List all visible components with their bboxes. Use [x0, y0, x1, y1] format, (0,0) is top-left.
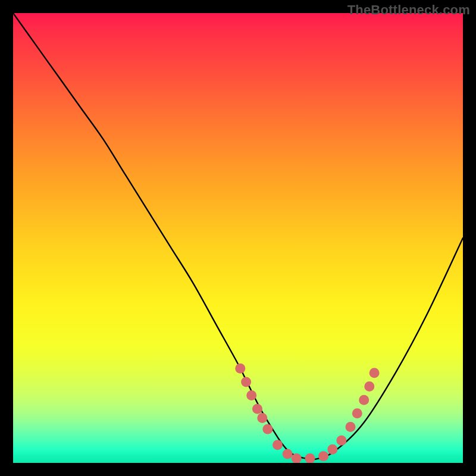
- watermark-text: TheBottleneck.com: [347, 2, 470, 18]
- curve-marker: [346, 422, 356, 432]
- curve-marker: [352, 408, 362, 418]
- curve-marker: [235, 364, 245, 374]
- bottleneck-curve: [13, 13, 463, 459]
- curve-marker: [273, 440, 283, 450]
- curve-marker: [262, 424, 273, 434]
- chart-container: TheBottleneck.com: [0, 0, 476, 476]
- curve-marker: [246, 390, 256, 400]
- curve-marker: [283, 449, 293, 459]
- curve-markers: [235, 364, 379, 463]
- curve-marker: [327, 444, 337, 455]
- curve-marker: [364, 381, 374, 392]
- bottleneck-curve-svg: [13, 13, 463, 463]
- curve-marker: [252, 404, 262, 414]
- curve-marker: [305, 453, 315, 463]
- curve-marker: [257, 413, 267, 423]
- curve-marker: [318, 451, 328, 461]
- curve-marker: [241, 377, 251, 387]
- plot-area: [13, 13, 463, 463]
- curve-marker: [336, 436, 346, 446]
- curve-marker: [369, 368, 380, 378]
- curve-marker: [359, 395, 369, 405]
